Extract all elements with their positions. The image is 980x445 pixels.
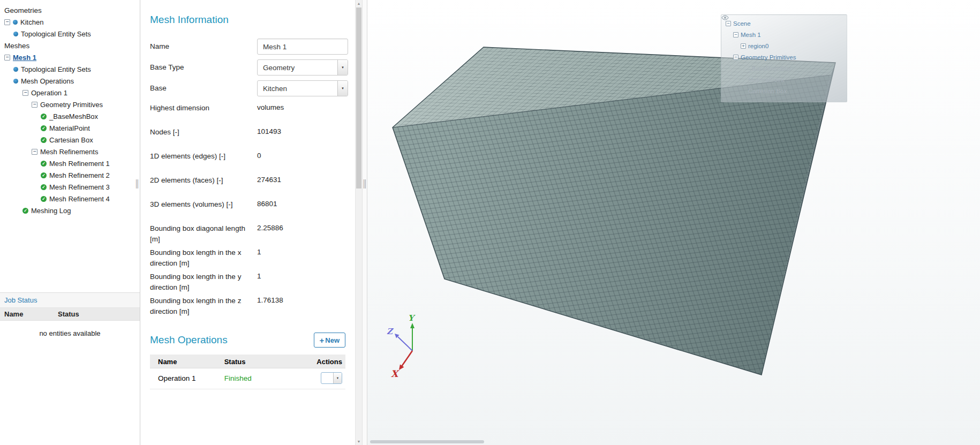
- orientation-axes-gizmo[interactable]: Y Z X: [387, 313, 416, 379]
- completed-check-icon: [41, 184, 47, 190]
- scene-tree-item[interactable]: Scene: [721, 18, 847, 29]
- tree-item[interactable]: Meshes: [0, 40, 140, 51]
- tree-item[interactable]: Mesh Operations: [0, 75, 140, 87]
- tree-item[interactable]: Geometry Primitives: [0, 99, 140, 110]
- tree-item-label: Topological Entity Sets: [21, 30, 91, 38]
- field-label: Highest dimension: [150, 103, 257, 114]
- z-axis-label: Z: [387, 327, 394, 336]
- viewport-3d[interactable]: Y Z X Scene: [367, 0, 980, 445]
- collapse-toggle-icon[interactable]: [4, 19, 10, 25]
- operations-table-body: Operation 1 Finished ▼: [150, 368, 345, 389]
- operation-name: Operation 1: [150, 374, 224, 382]
- scene-tree-item[interactable]: _BaseMeshBox: [721, 63, 847, 74]
- caret-down-icon[interactable]: ▼: [337, 81, 348, 96]
- tree-item[interactable]: MaterialPoint: [0, 122, 140, 134]
- field-label: Bounding box length in the z direction […: [150, 296, 257, 316]
- scrollbar-thumb[interactable]: [356, 7, 361, 188]
- completed-check-icon: [41, 125, 47, 131]
- tree-item-label: Operation 1: [31, 89, 67, 97]
- caret-down-icon[interactable]: ▼: [337, 60, 348, 75]
- collapse-toggle-icon[interactable]: [22, 90, 28, 96]
- form-field: Bounding box length in the z direction […: [150, 296, 345, 320]
- field-value: 274631: [257, 175, 345, 184]
- field-value: 101493: [257, 127, 345, 135]
- panel-scrollbar[interactable]: ▲ ▼: [355, 0, 362, 445]
- splitter-grip[interactable]: ║: [362, 180, 367, 187]
- tree-item-label: Topological Entity Sets: [21, 65, 91, 73]
- form-field: Bounding box length in the x direction […: [150, 247, 345, 271]
- visibility-eye-icon[interactable]: [721, 15, 729, 20]
- tree-item[interactable]: _BaseMeshBox: [0, 110, 140, 122]
- collapse-toggle-icon[interactable]: [4, 55, 10, 61]
- collapse-toggle-icon[interactable]: [32, 102, 37, 108]
- tree-item[interactable]: Mesh Refinement 1: [0, 157, 140, 169]
- scene-tree-item[interactable]: Geometry Primitives: [721, 51, 847, 63]
- tree-item[interactable]: Meshing Log: [0, 205, 140, 216]
- job-status-section: Job Status Name Status no entities avail…: [0, 292, 140, 337]
- tree-item[interactable]: Topological Entity Sets: [0, 28, 140, 40]
- tree-item[interactable]: Mesh Refinement 2: [0, 169, 140, 181]
- z-axis-line: [398, 337, 412, 351]
- tree-item[interactable]: Mesh Refinements: [0, 146, 140, 157]
- scroll-down-icon[interactable]: ▼: [356, 438, 362, 445]
- viewport-canvas[interactable]: Y Z X: [367, 0, 980, 445]
- job-status-col-status: Status: [58, 310, 79, 318]
- collapse-toggle-icon[interactable]: [733, 55, 738, 60]
- field-value: 86801: [257, 199, 345, 208]
- collapse-toggle-icon[interactable]: [733, 32, 738, 37]
- entity-dot-icon: [13, 20, 18, 25]
- panel-splitter[interactable]: ║: [362, 0, 367, 445]
- scene-tree-item[interactable]: MaterialPoint: [721, 74, 847, 85]
- tree-item[interactable]: Mesh 1: [0, 51, 140, 63]
- tree-item-label: Geometries: [4, 6, 42, 14]
- tree-item[interactable]: Mesh Refinement 4: [0, 193, 140, 205]
- completed-check-icon: [41, 196, 47, 202]
- scene-item-label: Mesh 1: [741, 32, 761, 38]
- viewport-horizontal-scrollbar-thumb[interactable]: [370, 440, 484, 443]
- sidebar-splitter-grip[interactable]: ║: [134, 180, 140, 187]
- job-status-header: Job Status: [0, 292, 140, 308]
- expand-toggle-icon[interactable]: [741, 43, 746, 49]
- form-field: 2D elements (faces) [-] 274631: [150, 175, 345, 199]
- completed-check-icon: [41, 137, 47, 143]
- new-operation-button[interactable]: +New: [314, 333, 346, 348]
- y-axis-label: Y: [408, 313, 416, 323]
- text-input[interactable]: Mesh 1: [257, 39, 348, 55]
- caret-down-icon[interactable]: ▼: [333, 373, 342, 383]
- tree-item-label: Geometry Primitives: [40, 101, 103, 109]
- scene-tree-item[interactable]: Mesh 1: [721, 29, 847, 40]
- scene-item-label: MaterialPoint: [748, 77, 784, 83]
- col-status: Status: [224, 358, 291, 366]
- scene-tree-item[interactable]: region0: [721, 40, 847, 51]
- field-label: 3D elements (volumes) [-]: [150, 199, 257, 210]
- y-axis-arrow-icon: [410, 323, 414, 328]
- operation-status: Finished: [224, 374, 291, 382]
- scroll-up-icon[interactable]: ▲: [356, 0, 362, 7]
- tree-item[interactable]: Geometries: [0, 4, 140, 16]
- scene-item-label: region0: [748, 43, 768, 49]
- job-status-title: Job Status: [4, 296, 37, 304]
- scene-item-label: Cartesian Box: [748, 88, 787, 94]
- tree-item[interactable]: Cartesian Box: [0, 134, 140, 146]
- collapse-toggle-icon[interactable]: [32, 149, 37, 155]
- scene-tree-overlay: Scene Mesh 1 region0: [721, 14, 847, 102]
- field-value: 0: [257, 151, 345, 160]
- scene-tree-item[interactable]: Cartesian Box: [721, 85, 847, 96]
- tree-item-label: Mesh Refinement 2: [49, 171, 110, 179]
- tree-item-label: Mesh Refinement 3: [49, 183, 110, 191]
- tree-item-label: Meshes: [4, 42, 29, 50]
- field-label: 2D elements (faces) [-]: [150, 175, 257, 186]
- completed-check-icon: [41, 172, 47, 178]
- form-field: 1D elements (edges) [-] 0: [150, 151, 345, 175]
- collapse-toggle-icon[interactable]: [726, 21, 731, 26]
- form-field: Nodes [-] 101493: [150, 127, 345, 151]
- dropdown-select[interactable]: Kitchen ▼: [257, 80, 348, 96]
- field-label: Bounding box length in the x direction […: [150, 247, 257, 268]
- operation-actions-select[interactable]: ▼: [321, 372, 342, 384]
- tree-item[interactable]: Topological Entity Sets: [0, 63, 140, 75]
- tree-item[interactable]: Mesh Refinement 3: [0, 181, 140, 193]
- dropdown-select[interactable]: Geometry ▼: [257, 59, 348, 76]
- tree-item[interactable]: Operation 1: [0, 87, 140, 99]
- field-value: volumes: [257, 103, 345, 111]
- tree-item[interactable]: Kitchen: [0, 16, 140, 28]
